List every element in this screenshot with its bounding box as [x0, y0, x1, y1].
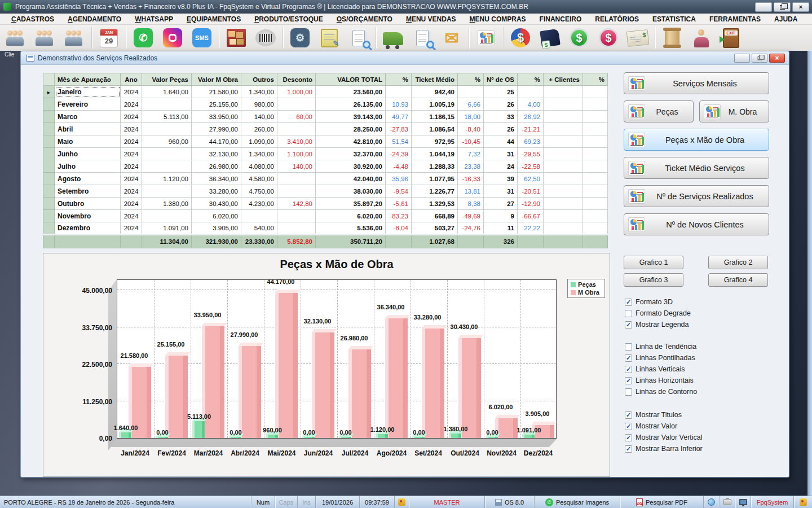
table-row-setembro[interactable]: Setembro202433.280,004.750,0038.030,00-9… — [43, 185, 608, 198]
menu-item-ajuda[interactable]: AJUDA — [767, 14, 804, 24]
menu-item-menu-compras[interactable]: MENU COMPRAS — [463, 14, 533, 24]
service-order-icon[interactable]: ✎ — [317, 26, 342, 50]
finance-pie-icon[interactable]: $ — [508, 26, 533, 50]
checkbox-linhas-verticais[interactable]: Linhas Verticais — [625, 364, 760, 375]
stock-shelf-icon[interactable] — [224, 26, 249, 50]
pay-money-icon[interactable]: $ — [596, 26, 621, 50]
table-row-fevereiro[interactable]: Fevereiro202425.155,00980,0026.135,0010,… — [43, 98, 608, 111]
button-grafico-1[interactable]: Grafico 1 — [624, 256, 683, 269]
button-grafico-4[interactable]: Grafico 4 — [708, 273, 768, 287]
sms-icon[interactable]: SMS — [189, 26, 214, 50]
table-row-outubro[interactable]: Outubro20241.380,0030.430,004.230,00142,… — [43, 198, 608, 210]
checkbox-mostrar-barra-inferior[interactable]: Mostrar Barra Inferior — [625, 443, 760, 454]
certificate-icon[interactable] — [689, 26, 714, 50]
cell: 30.430,00 — [192, 198, 241, 210]
chart-button-pecas-x-mao-de-obra[interactable]: Peças x Mão de Obra — [624, 129, 769, 151]
checkbox-linhas-de-contorno[interactable]: Linhas de Contorno — [625, 386, 760, 397]
chart-button-servicos-mensais[interactable]: Serviços Mensais — [624, 72, 769, 94]
button-grafico-2[interactable]: Grafico 2 — [708, 256, 768, 269]
report-scroll-icon[interactable] — [660, 26, 685, 50]
exit-icon[interactable]: EXIT — [718, 26, 743, 50]
mini-chart-icon — [628, 217, 645, 232]
chart-button-ticket-medio-servicos[interactable]: Ticket Médio Serviços — [624, 157, 769, 179]
window-titlebar[interactable]: Demonstrativo dos Serviços Realizados × — [21, 51, 789, 65]
checkbox-linhas-pontilhadas[interactable]: Linhas Pontilhadas — [625, 352, 760, 364]
employees-icon[interactable] — [62, 26, 87, 50]
calendar-icon[interactable]: JAN29 — [96, 26, 121, 50]
checkbox-mostrar-titulos[interactable]: Mostrar Titulos — [625, 409, 760, 421]
bar-value-label: 1.640,00 — [109, 424, 142, 431]
checkbox-formato-degrade[interactable]: Formato Degrade — [625, 308, 760, 319]
menu-item-financeiro[interactable]: FINANCEIRO — [533, 14, 589, 24]
table-row-abril[interactable]: Abril202427.990,00260,0028.250,00-27,831… — [43, 123, 608, 135]
bar-mobra — [385, 318, 408, 438]
table-row-junho[interactable]: Junho202432.130,001.340,001.100,0032.370… — [43, 148, 608, 160]
status-monitor[interactable] — [735, 496, 751, 508]
equipment-icon[interactable]: ⚙ — [288, 26, 312, 50]
checkbox-box — [625, 434, 632, 441]
checkbox-mostrar-legenda[interactable]: Mostrar Legenda — [625, 319, 760, 330]
statistics-icon[interactable] — [474, 26, 498, 50]
sales-cart-icon[interactable] — [381, 26, 405, 50]
table-row-janeiro[interactable]: Janeiro20241.640,0021.580,001.340,001.00… — [43, 86, 608, 98]
checkbox-formato-3d[interactable]: Formato 3D — [625, 296, 760, 308]
table-row-dezembro[interactable]: Dezembro20241.091,003.905,00540,005.536,… — [43, 222, 608, 235]
menu-item-relatorios[interactable]: RELATÓRIOS — [588, 14, 646, 24]
x-axis-labels: Jan/2024Fev/2024Mar/2024Abr/2024Mai/2024… — [117, 449, 557, 457]
window-minimize-button[interactable] — [734, 54, 750, 63]
chart-button-m-obra[interactable]: M. Obra — [699, 100, 769, 122]
chart-button-n-de-novos-clientes[interactable]: Nº de Novos Clientes — [624, 213, 769, 235]
chart-options-sidebar: Serviços MensaisPeçasM. ObraPeças x Mão … — [624, 72, 770, 479]
checkbox-linha-de-tendencia[interactable]: Linha de Tendência — [625, 341, 760, 352]
search-sale-icon[interactable] — [410, 26, 435, 50]
bar-value-label: 5.113,00 — [183, 413, 215, 420]
menu-item-produto-estoque[interactable]: PRODUTO/ESTOQUE — [248, 14, 330, 24]
search-images-button[interactable]: Pesquisar Imagens — [535, 496, 620, 508]
cell: 142,80 — [277, 198, 316, 210]
button-grafico-3[interactable]: Grafico 3 — [624, 273, 683, 287]
col-header-clientes-13: + Clientes — [543, 73, 582, 86]
menu-item-os-orcamento[interactable]: OS/ORÇAMENTO — [330, 14, 399, 24]
table-row-marco[interactable]: Marco20245.113,0033.950,00140,0060,0039.… — [43, 111, 608, 123]
search-pdf-button[interactable]: Pesquisar PDF — [620, 496, 704, 508]
status-printer[interactable] — [720, 496, 735, 508]
table-row-agosto[interactable]: Agosto20241.120,0036.340,004.580,0042.04… — [43, 173, 608, 185]
checkbox-linhas-horizontais[interactable]: Linhas Horizontais — [625, 375, 760, 386]
menu-item-equipamentos[interactable]: EQUIPAMENTOS — [180, 14, 248, 24]
window-restore-button[interactable] — [752, 54, 767, 63]
search-order-icon[interactable] — [346, 26, 371, 50]
bar-group-dez-2024: 3.905,001.091,00 — [520, 280, 557, 438]
chart-button-pecas[interactable]: Peças — [624, 100, 694, 122]
checkbox-mostrar-valor[interactable]: Mostrar Valor — [625, 421, 760, 432]
legend-entry-pecas: Peças — [571, 281, 599, 288]
mail-icon[interactable]: ✉ — [439, 26, 464, 50]
menu-item-menu-vendas[interactable]: MENU VENDAS — [399, 14, 463, 24]
barcode-icon[interactable] — [253, 26, 278, 50]
menu-item-estatistica[interactable]: ESTATISTICA — [646, 14, 703, 24]
clients-icon[interactable] — [3, 26, 28, 50]
app-logo-icon — [3, 3, 11, 11]
table-row-novembro[interactable]: Novembro20246.020,006.020,00-83,23668,89… — [43, 210, 608, 222]
menu-item-ferramentas[interactable]: FERRAMENTAS — [703, 14, 767, 24]
menu-item-cadastros[interactable]: CADASTROS — [5, 14, 61, 24]
chart-button-n-de-servicos-realizados[interactable]: Nº de Serviços Realizados — [624, 185, 769, 207]
close-button[interactable] — [792, 2, 809, 12]
table-row-julho[interactable]: Julho202426.980,004.080,00140,0030.920,0… — [43, 160, 608, 173]
checkbox-mostrar-valor-vertical[interactable]: Mostrar Valor Vertical — [625, 432, 760, 443]
window-close-button[interactable]: × — [769, 54, 785, 63]
instagram-icon[interactable] — [160, 26, 185, 50]
checkbook-icon[interactable]: $ — [537, 26, 562, 50]
receive-money-icon[interactable]: $ — [567, 26, 592, 50]
status-globe[interactable] — [704, 496, 720, 508]
restore-button[interactable] — [774, 2, 791, 12]
table-row-maio[interactable]: Maio2024960,0044.170,001.090,003.410,004… — [43, 135, 608, 148]
suppliers-icon[interactable] — [33, 26, 58, 50]
menu-item-agendamento[interactable]: AGENDAMENTO — [61, 14, 128, 24]
whatsapp-icon[interactable]: ✆ — [131, 26, 156, 50]
cell: Abril — [55, 123, 121, 135]
minimize-button[interactable] — [755, 2, 772, 12]
monitor-icon — [739, 499, 747, 505]
menu-item-whatsapp[interactable]: WHATSAPP — [128, 14, 180, 24]
bar-pecas — [522, 435, 535, 438]
check-icon[interactable]: $ — [625, 26, 650, 50]
